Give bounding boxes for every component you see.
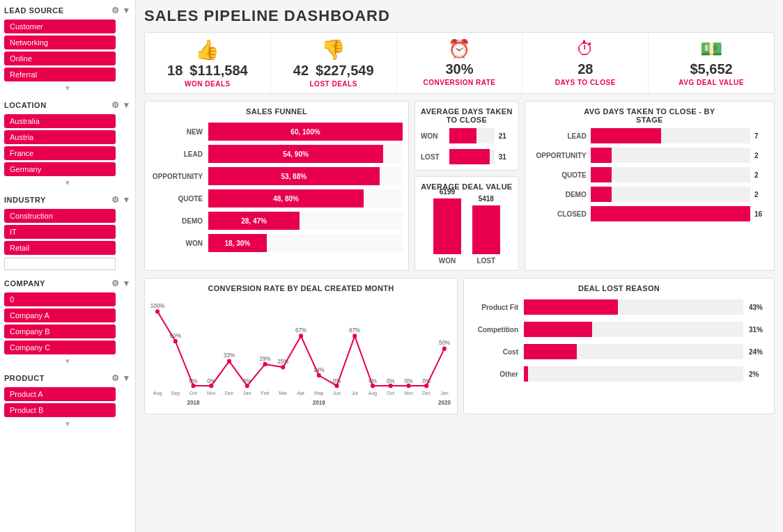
avg-deal-bars: 6199 WON 5418 LOST [421,195,513,265]
stage-val: 16 [754,210,768,218]
svg-text:Apr: Apr [297,390,306,396]
svg-text:Oct: Oct [189,390,197,396]
kpi-lost-value: $227,549 [316,63,373,79]
filter-item[interactable]: Company A [4,308,116,322]
svg-point-0 [155,309,160,313]
svg-point-21 [281,365,285,369]
main-content: SALES PIPELINE DASHBOARD 👍 18 $111,584 W… [136,0,783,532]
filter-item[interactable]: Germany [4,162,116,176]
clock-icon: ⏰ [448,38,470,60]
filter-section-company: COMPANY ⚙ ▼ 0 Company A Company B Compan… [4,277,131,365]
avg-days-title: AVERAGE DAYS TAKENTO CLOSE [421,107,513,124]
filter-section-product: PRODUCT ⚙ ▼ Product A Product B ▼ [4,372,131,428]
filter-sort-icon[interactable]: ⚙ [111,279,120,288]
filter-item[interactable]: Customer [4,19,116,33]
funnel-bar-row: QUOTE 48, 80% [150,189,403,208]
filter-items-company: 0 Company A Company B Company C [4,292,131,354]
filter-sort-icon[interactable]: ⚙ [111,373,120,383]
avg-days-stage-title: AVG DAYS TAKEN TO CLOSE - BYSTAGE [531,107,768,124]
avg-bar [449,128,476,143]
avg-days-chart: AVERAGE DAYS TAKENTO CLOSE WON 21 LOST 3… [414,101,519,171]
kpi-conversion-values: 30% [445,61,473,77]
svg-text:0%: 0% [333,378,341,384]
stage-bar [591,187,612,202]
svg-text:Sep: Sep [171,390,180,396]
filter-item[interactable]: Product A [4,387,116,401]
filter-funnel-icon[interactable]: ▼ [123,6,131,15]
charts-row-1: SALES FUNNEL NEW 60, 100% LEAD 54, 90% O… [144,101,775,271]
filter-item[interactable]: Construction [4,209,116,223]
svg-point-33 [352,334,357,338]
filter-item[interactable]: Australia [4,114,116,128]
svg-text:0%: 0% [189,378,198,384]
avg-days-bars: WON 21 LOST 31 [421,128,513,164]
funnel-bar-label: NEW [150,128,203,136]
svg-text:Feb: Feb [261,390,269,396]
filter-header-product: PRODUCT ⚙ ▼ [4,372,131,384]
filter-funnel-icon[interactable]: ▼ [123,279,131,288]
svg-text:Oct: Oct [387,390,394,396]
kpi-avg-deal-value: 💵 $5,652 AVG DEAL VALUE [649,33,774,93]
avg-label: WON [421,132,445,140]
deal-bar-col: 6199 WON [433,188,461,265]
svg-text:Nov: Nov [404,390,413,396]
lost-bar-wrap [524,366,743,382]
avg-bar [449,149,490,164]
lost-bar [524,344,577,359]
filter-items-lead-source: Customer Networking Online Referral [4,19,131,81]
filter-item[interactable]: 0 [4,292,116,306]
filter-sort-icon[interactable]: ⚙ [111,100,120,110]
line-chart-wrap: 100%Aug60%Sep0%Oct0%Nov33%Dec0%Jan29%Feb… [150,297,451,408]
lost-bar-wrap [524,299,743,315]
filter-section-lead-source: LEAD SOURCE ⚙ ▼ Customer Networking Onli… [4,4,131,92]
kpi-lost-label: LOST DEALS [310,80,357,88]
scroll-down-indicator: ▼ [4,357,131,365]
funnel-bar-label: DEMO [150,217,203,225]
filter-sort-icon[interactable]: ⚙ [111,6,120,15]
kpi-won-deals: 👍 18 $111,584 WON DEALS [145,33,271,93]
filter-item[interactable]: France [4,146,116,160]
svg-point-12 [227,359,231,363]
filter-header-industry: INDUSTRY ⚙ ▼ [4,194,131,206]
funnel-bar-label: QUOTE [150,195,203,203]
deal-val: 5418 [479,195,494,203]
kpi-conversion-label: CONVERSION RATE [423,79,495,86]
filter-item[interactable]: Retail [4,241,116,255]
stage-bar [591,206,750,221]
lost-reason-label: Other [470,370,518,378]
filter-item[interactable]: Company B [4,324,116,338]
svg-text:2019: 2019 [313,399,325,405]
kpi-days-num: 28 [577,61,593,77]
filter-section-industry: INDUSTRY ⚙ ▼ Construction IT Retail [4,194,131,270]
filter-sort-icon[interactable]: ⚙ [111,195,120,205]
funnel-bar: 53, 88% [208,167,380,185]
filter-item[interactable]: Referral [4,68,116,81]
svg-text:2020: 2020 [438,399,451,405]
svg-text:2018: 2018 [187,399,200,405]
filter-items-product: Product A Product B [4,387,131,417]
kpi-days-values: 28 [577,61,593,77]
filter-label-location: LOCATION [4,101,47,109]
filter-header-company: COMPANY ⚙ ▼ [4,277,131,290]
stage-bar-row: DEMO 2 [531,187,768,202]
deal-bar [433,198,461,254]
kpi-avg-label: AVG DEAL VALUE [679,79,744,86]
svg-text:Aug: Aug [153,390,162,396]
lost-bar [524,322,592,337]
avg-deal-value-chart: AVERAGE DEAL VALUE 6199 WON 5418 LOST [414,176,519,271]
industry-search-input[interactable] [4,258,116,270]
funnel-bar-wrap: 28, 47% [208,212,403,230]
svg-point-18 [263,362,267,366]
filter-item[interactable]: IT [4,225,116,239]
filter-item[interactable]: Austria [4,130,116,144]
filter-funnel-icon[interactable]: ▼ [123,373,131,383]
filter-funnel-icon[interactable]: ▼ [123,100,131,110]
filter-item[interactable]: Online [4,52,116,65]
filter-item[interactable]: Networking [4,36,116,49]
funnel-bar: 18, 30% [208,234,267,252]
filter-funnel-icon[interactable]: ▼ [123,195,131,205]
filter-item[interactable]: Product B [4,403,116,417]
svg-point-24 [299,334,303,338]
filter-item[interactable]: Company C [4,341,116,354]
stage-bar-row: LEAD 7 [531,128,768,143]
